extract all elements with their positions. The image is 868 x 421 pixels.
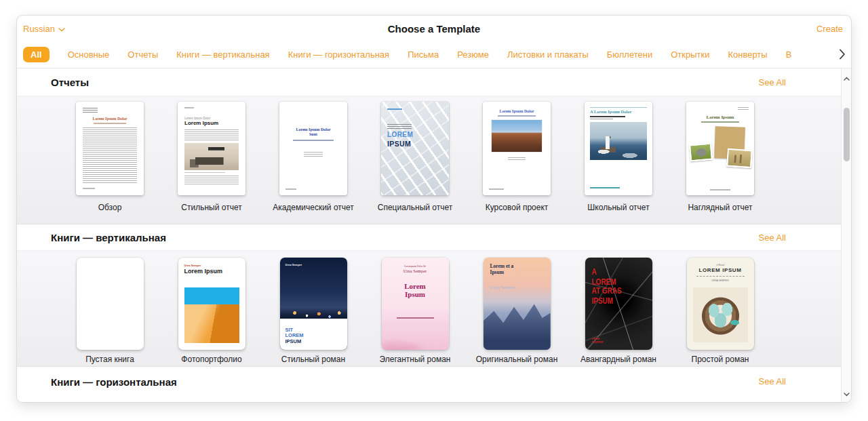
chevron-right-icon[interactable] [839,49,846,62]
template-thumb-stylish-novel[interactable]: Urna Semper SIT LOREM IPSUM [280,258,347,350]
tab-books-portrait[interactable]: Книги — вертикальная [176,49,269,60]
template-label: Стильный роман [281,355,345,364]
thumb-top-line [184,107,194,108]
template-thumb-photo-portfolio[interactable]: Urna Semper Lorem Ipsum [178,258,245,350]
template-label: Специальный отчет [378,203,453,212]
thumb-title: LOREM [387,131,413,138]
template-thumb-stylish-report[interactable]: Lorem Ipsum Dolor Lorem Ipsum [178,102,245,195]
thumb-footer-line [590,187,620,188]
template-elegant-novel: Loremipsum Dolor Sit Urna Semper Lorem I… [364,258,466,364]
tab-basic[interactable]: Основные [68,49,110,60]
template-thumb-school-report[interactable]: A Lorem Ipsum Dolor [585,102,652,195]
thumb-kicker: Urna Semper [285,263,302,266]
thumb-brand: URNA SEMPER [687,279,754,282]
template-thumb-academic-report[interactable]: Lorem Ipsum Dolor Sunt [279,102,347,195]
thumb-footer-line [710,189,730,191]
thumb-title: IPSUM [387,140,411,148]
see-all-link[interactable]: See All [759,376,786,386]
section-title: Книги — вертикальная [51,232,166,243]
template-school-report: A Lorem Ipsum Dolor Школьный отчет [568,102,669,212]
thumb-top-lines [738,107,749,111]
template-thumb-term-project[interactable]: Lorem Ipsum Dolor [483,102,551,195]
template-blank-book: Пустая книга [59,258,161,364]
template-scroll-area: Отчеты See All Lorem Ipsum Dolor Обзор [17,68,851,403]
nest-eggs-photo [693,287,748,342]
canyon-photo [492,120,542,152]
template-thumb-special-report[interactable]: LOREM IPSUM [381,102,449,195]
section-band-books-portrait: Пустая книга Urna Semper Lorem Ipsum Фот… [17,250,851,367]
tab-letters[interactable]: Письма [408,49,439,60]
thumb-subtitle-line [590,119,613,119]
section-header-books-portrait: Книги — вертикальная See All [17,224,851,250]
thumb-title: Lorem Ipsum [184,120,218,126]
thumb-title: Lorem Ipsum Dolor [76,117,144,121]
see-all-link[interactable]: See All [759,233,786,243]
lighthouse-photo [590,122,647,160]
tab-flyers-posters[interactable]: Листовки и плакаты [507,49,589,60]
template-thumb-simple-novel[interactable]: A Novel LOREM IPSUM URNA SEMPER [687,258,754,350]
tab-books-landscape[interactable]: Книги — горизонтальная [288,49,390,60]
tab-cards[interactable]: Открытки [671,49,709,60]
thumb-body-lines [508,157,526,161]
scrollbar-thumb[interactable] [844,108,850,161]
see-all-link[interactable]: See All [759,77,786,87]
template-label: Пустая книга [85,355,134,364]
meerkat-photo [726,148,753,169]
thumb-subtitle-line [498,115,536,117]
template-visual-report: Lorem Ipsum Наглядный отчет [669,102,771,212]
section-header-books-landscape: Книги — горизонтальная See All [17,367,851,403]
thumb-title: Lorem Ipsum [184,268,223,275]
thumb-rule [590,107,647,108]
template-label: Авангардный роман [580,355,656,364]
thumb-body-lines [304,152,323,158]
template-thumb-elegant-novel[interactable]: Loremipsum Dolor Sit Urna Semper Lorem I… [382,258,449,350]
template-label: Обзор [98,203,122,212]
thumb-title-line: IPSUM [285,339,304,345]
template-thumb-obzor[interactable]: Lorem Ipsum Dolor [76,102,144,195]
vertical-scrollbar[interactable] [841,68,851,402]
thumb-body-lines [83,127,137,184]
tab-reports[interactable]: Отчеты [127,49,158,60]
tab-envelopes[interactable]: Конверты [728,49,767,60]
tab-clipped[interactable]: В [786,49,792,60]
template-label: Школьный отчет [587,203,649,212]
thumb-kicker: Urna Semper [184,264,201,267]
section-header-reports: Отчеты See All [17,68,851,96]
template-label: Оригинальный роман [476,355,558,364]
thumb-kicker-line [387,108,402,110]
template-academic-report: Lorem Ipsum Dolor Sunt Академический отч… [262,102,364,212]
template-thumb-original-novel[interactable]: Lorem et a Ipsum Urna Semper [484,258,551,350]
tab-all[interactable]: All [23,47,50,62]
thumb-brand: Urna Semper [382,268,449,273]
template-thumb-blank-book[interactable] [77,258,144,350]
thumb-title: A LOREM AT GRAS IPSUM [592,267,622,306]
scroll-up-icon[interactable] [844,71,850,83]
create-button[interactable]: Create [816,24,843,34]
template-thumb-visual-report[interactable]: Lorem Ipsum [686,102,754,195]
tab-newsletters[interactable]: Бюллетени [607,49,652,60]
thumb-title: Lorem Ipsum Dolor [483,109,551,113]
thumb-title: SIT LOREM IPSUM [285,327,304,345]
thumb-caption-line [184,172,225,173]
thumb-brand: URNA SEMPER [592,337,607,344]
thumb-footer-line [83,188,95,189]
template-thumb-avantgarde-novel[interactable]: A LOREM AT GRAS IPSUM URNA SEMPER [585,258,652,350]
thumb-brand: Urna Semper [490,285,517,290]
template-chooser-window: Russian Choose a Template Create All Осн… [16,15,852,403]
thumb-subtitle-line [590,116,625,117]
template-label: Элегантный роман [380,355,451,364]
template-label: Курсовой проект [486,203,549,212]
template-obzor: Lorem Ipsum Dolor Обзор [59,102,161,212]
mountain-ridge [484,300,551,350]
titlebar: Russian Choose a Template Create [17,16,851,41]
thumb-body-lines [387,124,412,129]
tab-resumes[interactable]: Резюме [457,49,489,60]
thumb-footer-line [489,188,504,190]
template-stylish-report: Lorem Ipsum Dolor Lorem Ipsum Стильный о… [161,102,262,212]
template-label: Наглядный отчет [688,203,752,212]
section-title: Книги — горизонтальная [51,376,177,388]
thumb-title: LOREM IPSUM [687,267,754,273]
thumb-kicker: Loremipsum Dolor Sit [382,265,449,268]
elephant-photo [689,143,713,162]
scroll-down-icon[interactable] [844,387,850,399]
